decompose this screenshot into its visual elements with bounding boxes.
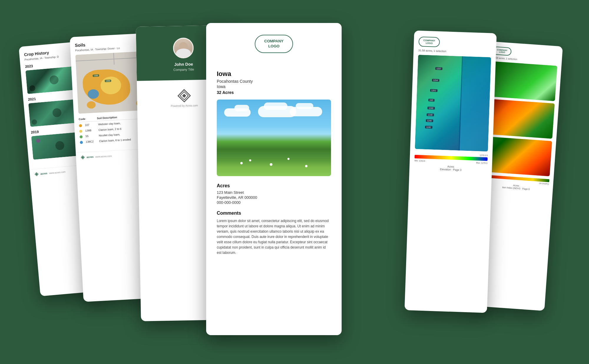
elev-label-1257: 1257: [435, 67, 442, 70]
main-state: Iowa: [217, 70, 331, 78]
address-line-1: 123 Main Street: [217, 190, 331, 195]
scene: Crop History Pocahontas, IA · Township: …: [29, 20, 560, 344]
avatar: [173, 37, 194, 58]
card-elevation: COMPANY LOGO 31.58 acres, 1 selection 12…: [405, 30, 497, 313]
map-label-138b: 138B: [92, 74, 99, 77]
powered-by-label: Powered by Acres.com: [171, 104, 198, 107]
main-county: Pocahontas County: [217, 79, 331, 84]
main-acres: 32 Acres: [217, 90, 331, 95]
elev-label-1251: 1251': [430, 89, 437, 92]
company-logo-oval: COMPANY LOGO: [255, 35, 293, 53]
elev-label-1245c: 1245': [426, 119, 433, 122]
footer-url: www.acres.com: [49, 170, 66, 174]
soil-code-138c2: 138C2: [86, 140, 96, 143]
elevation-page-label: Acres Elevation · Page 3: [414, 164, 487, 173]
ndvi-map-1: [490, 61, 557, 101]
section-acres-title: Acres: [217, 183, 331, 188]
main-state-name: Iowa: [217, 84, 331, 89]
field-photo: [217, 100, 331, 176]
soils-acres-logo-icon: [81, 155, 85, 160]
cover-footer-logo: Powered by Acres.com: [171, 89, 198, 107]
elevation-acres-info: 31.58 acres, 1 selection: [418, 49, 491, 54]
soil-code-138b: 138B: [85, 129, 95, 132]
ndvi-logo-text: COMPANY LOGO: [497, 49, 507, 53]
cover-company-title: Company Title: [173, 67, 194, 71]
soils-footer-brand: acres: [87, 155, 94, 159]
elev-label-245: 245': [428, 99, 434, 102]
elevation-logo-text: COMPANY LOGO: [423, 39, 435, 45]
colorbar-min: Min: 1243.6: [414, 160, 425, 162]
elev-label-1254: 1254': [432, 79, 439, 82]
col-header-code: Code: [79, 117, 93, 121]
ndvi-map-2: [487, 99, 555, 139]
colorbar-right-label: 1270.0 ft: [480, 154, 488, 156]
card-main: COMPANY LOGO Iowa Pocahontas County Iowa…: [206, 23, 342, 335]
company-logo-text: COMPANY LOGO: [264, 39, 283, 49]
elevation-logo-oval: COMPANY LOGO: [418, 37, 440, 47]
cover-person-name: John Doe: [174, 62, 193, 67]
elev-label-1245a: 1245': [427, 107, 435, 110]
acres-logo-icon: [34, 172, 39, 176]
colorbar-max: Max: 1270.0: [476, 162, 487, 164]
comments-text: Lorem ipsum dolor sit amet, consectetur …: [217, 218, 331, 255]
footer-acres-brand: acres: [40, 172, 47, 175]
soil-dot-107: [79, 124, 82, 127]
soil-dot-138b: [79, 130, 82, 133]
soil-code-107: 107: [85, 123, 95, 127]
map-label-1388: 138B: [105, 80, 111, 82]
soils-footer-url: www.acres.com: [95, 155, 112, 158]
elevation-map: 1257 1254' 1251' 245' 1245' 1245' 1245' …: [415, 55, 491, 151]
elev-label-1245b: 1245': [427, 113, 434, 116]
phone: 000-000-0000: [217, 200, 331, 205]
address-line-2: Fayetteville, AR 000000: [217, 195, 331, 200]
soil-dot-55: [80, 135, 83, 138]
svg-marker-6: [182, 94, 186, 98]
soil-code-55: 55: [85, 134, 96, 138]
ndvi-map-3: [484, 137, 552, 176]
soil-dot-138c2: [80, 141, 83, 144]
col-header-desc: Soil Description: [97, 116, 117, 120]
elev-label-1245d: 1245': [425, 126, 432, 129]
comments-title: Comments: [217, 211, 331, 216]
cover-diamond-icon: [177, 89, 191, 103]
ndvi-colorbar-right: 100 (healthy): [539, 182, 549, 185]
